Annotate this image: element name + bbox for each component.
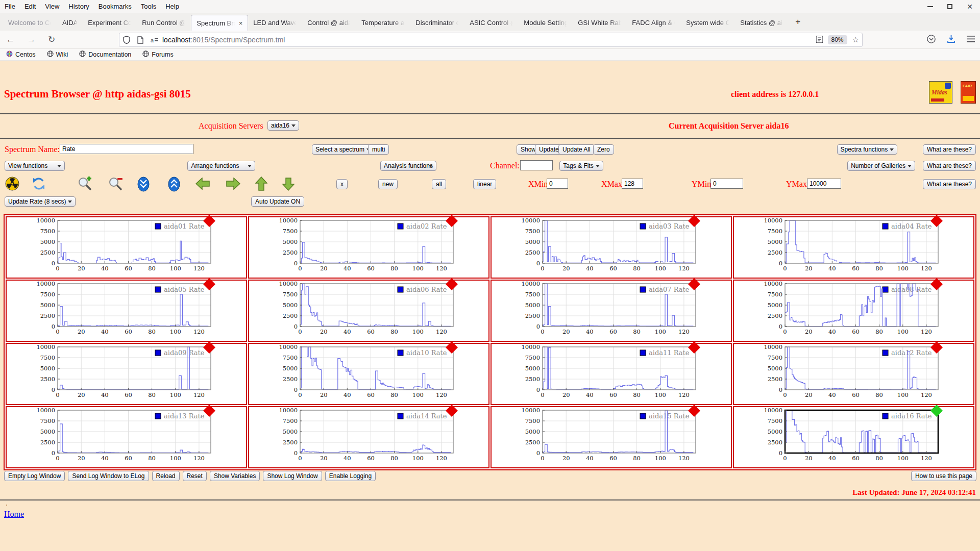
ymin-input[interactable]: 0 [710, 179, 743, 189]
gallery-cell-aida10[interactable]: aida10 Rate02040608010012002500500075001… [248, 343, 489, 405]
arrow-down-icon[interactable] [282, 177, 295, 194]
show-variables-button[interactable]: Show Variables [210, 471, 260, 481]
gallery-cell-aida07[interactable]: aida07 Rate02040608010012002500500075001… [491, 280, 732, 342]
enable-logging-button[interactable]: Enable Logging [325, 471, 376, 481]
collapse-vertical-icon[interactable] [137, 177, 150, 194]
spectrum-chart[interactable]: aida06 Rate02040608010012002500500075001… [272, 281, 466, 339]
zoom-out-icon[interactable] [108, 177, 124, 194]
refresh-icon[interactable] [32, 177, 46, 193]
spectrum-chart[interactable]: aida05 Rate02040608010012002500500075001… [30, 281, 224, 339]
gallery-cell-aida11[interactable]: aida11 Rate02040608010012002500500075001… [491, 343, 732, 405]
multi-button[interactable]: multi [368, 144, 389, 155]
bookmark-forums[interactable]: Forums [142, 51, 173, 59]
update-all-button[interactable]: Update All [558, 144, 595, 155]
arrow-up-icon[interactable] [255, 177, 267, 194]
gallery-cell-aida01[interactable]: aida01 Rate02040608010012002500500075001… [6, 216, 247, 279]
spectra-functions-dropdown[interactable]: Spectra functions [837, 144, 898, 155]
translate-permissions-icon[interactable]: a [151, 37, 159, 43]
auto-update-button[interactable]: Auto Update ON [251, 196, 304, 207]
gallery-cell-aida06[interactable]: aida06 Rate02040608010012002500500075001… [248, 280, 489, 342]
bookmark-star-icon[interactable]: ☆ [852, 35, 859, 44]
bookmark-wiki[interactable]: Wiki [47, 51, 68, 59]
channel-input[interactable] [520, 160, 553, 170]
gallery-cell-aida14[interactable]: aida14 Rate02040608010012002500500075001… [248, 406, 489, 468]
reader-mode-icon[interactable] [816, 36, 823, 44]
menu-edit[interactable]: Edit [20, 3, 40, 10]
reload-icon[interactable]: ↻ [42, 34, 61, 45]
gallery-cell-aida12[interactable]: aida12 Rate02040608010012002500500075001… [733, 343, 974, 405]
xmax-input[interactable]: 128 [622, 179, 643, 189]
zero-button[interactable]: Zero [593, 144, 614, 155]
tab-fadc-align-co[interactable]: FADC Align & Co [627, 15, 681, 31]
bookmark-documentation[interactable]: Documentation [79, 51, 131, 59]
show-log-window-button[interactable]: Show Log Window [263, 471, 322, 481]
spectrum-chart[interactable]: aida13 Rate02040608010012002500500075001… [30, 407, 224, 465]
what-are-these-button-3[interactable]: What are these? [923, 179, 976, 189]
update-rate-dropdown[interactable]: Update Rate (8 secs) [5, 196, 76, 207]
spectrum-chart[interactable]: aida14 Rate02040608010012002500500075001… [272, 407, 466, 465]
spectrum-name-input[interactable]: Rate [60, 144, 193, 154]
page-info-icon[interactable] [137, 36, 143, 44]
back-icon[interactable]: ← [0, 35, 21, 45]
menu-hamburger-icon[interactable] [967, 35, 975, 44]
gallery-cell-aida16[interactable]: aida16 Rate02040608010012002500500075001… [733, 406, 974, 468]
send-log-window-to-elog-button[interactable]: Send Log Window to ELog [68, 471, 149, 481]
linear-button[interactable]: linear [473, 179, 496, 189]
arrange-functions-dropdown[interactable]: Arrange functions [187, 161, 255, 171]
gallery-cell-aida04[interactable]: aida04 Rate02040608010012002500500075001… [733, 216, 974, 279]
tab-aida[interactable]: AIDA [57, 15, 83, 31]
spectrum-chart[interactable]: aida11 Rate02040608010012002500500075001… [514, 344, 708, 402]
forward-icon[interactable]: → [21, 35, 42, 45]
tab-spectrum-bro[interactable]: Spectrum Bro× [191, 15, 248, 31]
menu-history[interactable]: History [64, 3, 93, 10]
spectrum-chart[interactable]: aida10 Rate02040608010012002500500075001… [272, 344, 466, 402]
spectrum-chart[interactable]: aida01 Rate02040608010012002500500075001… [30, 217, 224, 276]
menu-file[interactable]: File [0, 3, 20, 10]
tab-control-aidas[interactable]: Control @ aidas [302, 15, 356, 31]
x-scale-button[interactable]: x [336, 179, 348, 189]
gallery-cell-aida09[interactable]: aida09 Rate02040608010012002500500075001… [6, 343, 247, 405]
shield-icon[interactable] [123, 36, 130, 44]
tab-close-icon[interactable]: × [239, 19, 243, 27]
tab-temperature-an[interactable]: Temperature an [356, 15, 410, 31]
what-are-these-button-1[interactable]: What are these? [923, 144, 976, 155]
expand-vertical-icon[interactable] [167, 177, 181, 194]
tab-asic-control-[interactable]: ASIC Control @ [464, 15, 519, 31]
menu-view[interactable]: View [40, 3, 64, 10]
reset-button[interactable]: Reset [183, 471, 207, 481]
arrow-right-icon[interactable] [225, 178, 240, 192]
menu-bookmarks[interactable]: Bookmarks [94, 3, 136, 10]
minimize-icon[interactable] [927, 6, 933, 7]
menu-tools[interactable]: Tools [136, 3, 161, 10]
tab-module-settings[interactable]: Module Settings [519, 15, 573, 31]
reload-button[interactable]: Reload [152, 471, 180, 481]
radiation-icon[interactable] [5, 177, 19, 193]
spectrum-chart[interactable]: aida16 Rate02040608010012002500500075001… [757, 407, 951, 465]
gallery-cell-aida08[interactable]: aida08 Rate02040608010012002500500075001… [733, 280, 974, 342]
gallery-cell-aida15[interactable]: aida15 Rate02040608010012002500500075001… [491, 406, 732, 468]
gallery-cell-aida05[interactable]: aida05 Rate02040608010012002500500075001… [6, 280, 247, 342]
arrow-left-icon[interactable] [195, 178, 211, 192]
close-icon[interactable]: ✕ [967, 4, 973, 9]
menu-help[interactable]: Help [161, 3, 184, 10]
acquisition-server-select[interactable]: aida16 [267, 120, 299, 131]
zoom-level-badge[interactable]: 80% [828, 35, 847, 44]
empty-log-window-button[interactable]: Empty Log Window [4, 471, 65, 481]
new-button[interactable]: new [378, 179, 398, 189]
view-functions-dropdown[interactable]: View functions [5, 161, 65, 171]
gallery-cell-aida03[interactable]: aida03 Rate02040608010012002500500075001… [491, 216, 732, 279]
tab-experiment-cont[interactable]: Experiment Cont [83, 15, 137, 31]
gallery-cell-aida02[interactable]: aida02 Rate02040608010012002500500075001… [248, 216, 489, 279]
tab-welcome-to-cen[interactable]: Welcome to Cen [3, 15, 57, 31]
spectrum-chart[interactable]: aida07 Rate02040608010012002500500075001… [514, 281, 708, 339]
xmin-input[interactable]: 0 [547, 179, 568, 189]
all-button[interactable]: all [432, 179, 446, 189]
tab-run-control-a[interactable]: Run Control @ a [137, 15, 191, 31]
spectrum-chart[interactable]: aida12 Rate02040608010012002500500075001… [757, 344, 951, 402]
maximize-icon[interactable] [947, 4, 952, 9]
spectrum-chart[interactable]: aida04 Rate02040608010012002500500075001… [757, 217, 951, 276]
bookmark-centos[interactable]: Centos [6, 51, 36, 59]
select-spectrum-dropdown[interactable]: Select a spectrum [312, 144, 374, 155]
spectrum-chart[interactable]: aida09 Rate02040608010012002500500075001… [30, 344, 224, 402]
url-bar[interactable]: a localhost:8015/Spectrum/Spectrum.tml 8… [119, 33, 863, 47]
